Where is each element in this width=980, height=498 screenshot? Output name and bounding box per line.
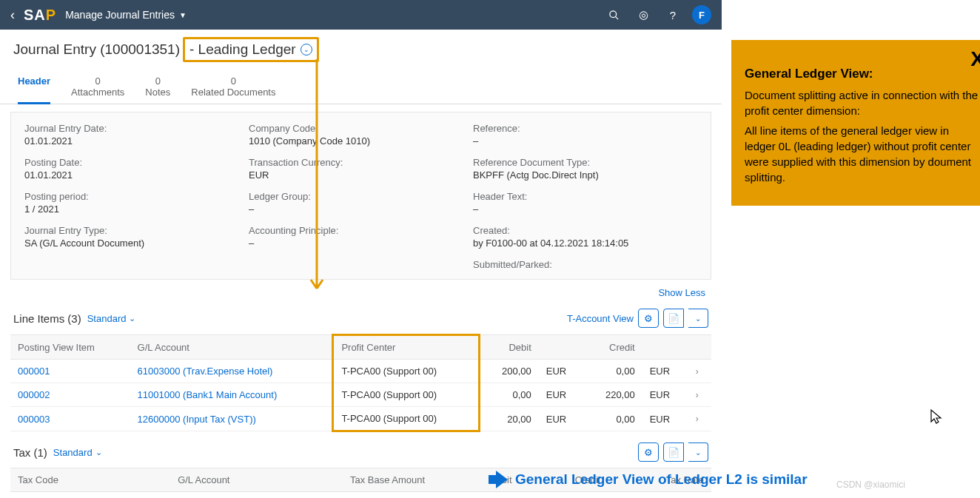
header-field: Reference:– — [473, 123, 697, 147]
export-dropdown-icon[interactable]: ⌄ — [688, 443, 708, 462]
header-field: Created:by F0100-00 at 04.12.2021 18:14:… — [473, 225, 697, 249]
settings-icon[interactable]: ⚙ — [638, 443, 659, 462]
header-field — [24, 259, 249, 272]
footer-note: General Ledger View of Ledger L2 is simi… — [489, 471, 808, 488]
column-header: Tax Code — [10, 468, 170, 492]
table-row: 00000211001000 (Bank1 Main Account)T-PCA… — [10, 383, 711, 407]
svg-point-0 — [609, 10, 616, 17]
header-field: Reference Document Type:BKPFF (Actg Doc.… — [473, 157, 697, 181]
column-header: Posting View Item — [10, 335, 130, 360]
tab-related-documents[interactable]: 0Related Documents — [191, 75, 275, 104]
tab-header[interactable]: Header — [18, 75, 50, 104]
sap-logo: SAP — [24, 7, 56, 24]
settings-icon[interactable]: ⚙ — [638, 309, 659, 328]
header-field: Submitted/Parked: — [473, 259, 697, 272]
header-field: Ledger Group:– — [249, 191, 473, 215]
search-icon[interactable] — [603, 4, 624, 25]
header-section: Journal Entry Date:01.01.2021Company Cod… — [10, 112, 711, 280]
t-account-view-link[interactable]: T-Account View — [567, 313, 634, 324]
tax-header: Tax (1) Standard⌄ ⚙ 📄 ⌄ — [0, 440, 722, 465]
posting-item-link[interactable]: 000003 — [10, 407, 130, 431]
copilot-icon[interactable]: ◎ — [633, 4, 654, 25]
header-field — [249, 259, 473, 272]
user-avatar[interactable]: F — [692, 5, 711, 24]
column-header — [539, 335, 585, 360]
export-icon[interactable]: 📄 — [663, 443, 684, 462]
line-items-variant[interactable]: Standard⌄ — [87, 313, 136, 324]
column-header — [688, 335, 711, 360]
line-items-header: Line Items (3) Standard⌄ T-Account View … — [0, 306, 722, 331]
profit-center-cell: T-PCA00 (Support 00) — [333, 407, 480, 431]
header-field: Accounting Principle:– — [249, 225, 473, 249]
shell-bar: ‹ SAP Manage Journal Entries▼ ◎ ? F — [0, 0, 722, 30]
posting-item-link[interactable]: 000002 — [10, 383, 130, 407]
column-header — [432, 468, 474, 492]
gl-account-link[interactable]: 61003000 (Trav.Expense Hotel) — [130, 360, 333, 383]
gl-account-link[interactable]: 11001000 (Bank1 Main Account) — [130, 383, 333, 407]
column-header: G/L Account — [170, 468, 327, 492]
app-title-dropdown[interactable]: Manage Journal Entries▼ — [65, 9, 187, 21]
table-row: 00000161003000 (Trav.Expense Hotel)T-PCA… — [10, 360, 711, 383]
header-field: Posting period:1 / 2021 — [24, 191, 249, 215]
show-less-link[interactable]: Show Less — [0, 280, 722, 306]
column-header — [642, 335, 688, 360]
annotation-callout: X General Ledger View: Document splittin… — [731, 40, 980, 206]
column-header: G/L Account — [130, 335, 333, 360]
export-icon[interactable]: 📄 — [663, 309, 684, 328]
table-row: 1I (10% Input Tax (Training))12600000 (I… — [10, 492, 711, 499]
help-icon[interactable]: ? — [662, 4, 683, 25]
header-field: Transaction Currency:EUR — [249, 157, 473, 181]
row-nav-icon[interactable]: › — [688, 383, 711, 407]
column-header: Debit — [480, 335, 539, 360]
watermark: CSDN @xiaomici — [836, 480, 905, 490]
posting-item-link[interactable]: 000001 — [10, 360, 130, 383]
header-field: Journal Entry Date:01.01.2021 — [24, 123, 249, 147]
svg-line-1 — [615, 16, 618, 19]
ledger-selector[interactable]: - Leading Ledger ⌄ — [183, 37, 319, 62]
chevron-down-icon[interactable]: ⌄ — [301, 44, 312, 55]
page-title: Journal Entry (100001351) - Leading Ledg… — [0, 30, 722, 67]
back-icon[interactable]: ‹ — [10, 7, 15, 23]
header-field: Company Code:1010 (Company Code 1010) — [249, 123, 473, 147]
profit-center-cell: T-PCA00 (Support 00) — [333, 383, 480, 407]
tab-notes[interactable]: 0Notes — [145, 75, 170, 104]
gl-account-link[interactable]: 12600000 (Input Tax (VST)) — [130, 407, 333, 431]
tab-attachments[interactable]: 0Attachments — [71, 75, 124, 104]
profit-center-cell: T-PCA00 (Support 00) — [333, 360, 480, 383]
column-header: Credit — [585, 335, 642, 360]
column-header: Profit Center — [333, 335, 480, 360]
table-row: 00000312600000 (Input Tax (VST))T-PCA00 … — [10, 407, 711, 431]
close-icon[interactable]: X — [970, 44, 980, 73]
line-items-table: Posting View ItemG/L AccountProfit Cente… — [10, 334, 711, 432]
icon-tab-bar: Header0Attachments0Notes0Related Documen… — [0, 67, 722, 104]
row-nav-icon[interactable]: › — [688, 407, 711, 431]
header-field: Posting Date:01.01.2021 — [24, 157, 249, 181]
header-field: Header Text:– — [473, 191, 697, 215]
cursor-icon — [930, 408, 943, 428]
column-header: Tax Base Amount — [327, 468, 432, 492]
tax-variant[interactable]: Standard⌄ — [53, 447, 102, 458]
export-dropdown-icon[interactable]: ⌄ — [688, 309, 708, 328]
row-nav-icon[interactable]: › — [688, 360, 711, 383]
header-field: Journal Entry Type:SA (G/L Account Docum… — [24, 225, 249, 249]
